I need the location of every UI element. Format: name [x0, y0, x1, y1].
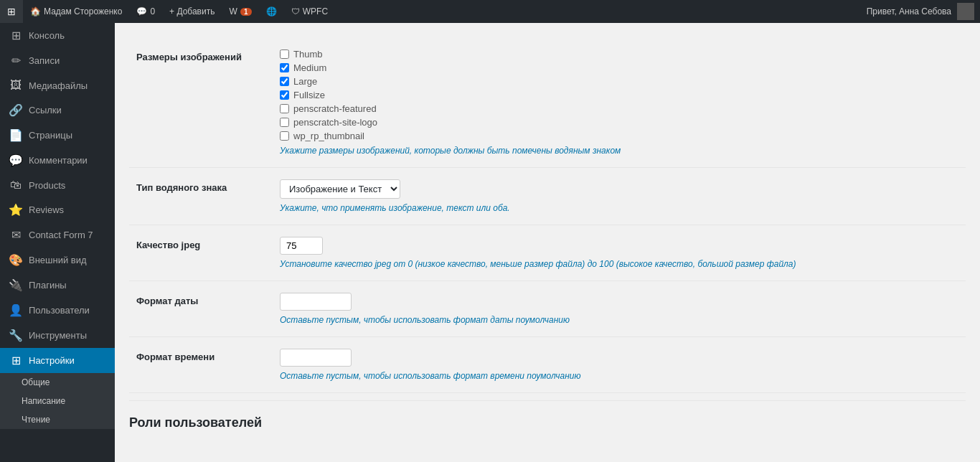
time-format-content: Оставьте пустым, чтобы использовать форм…: [273, 337, 966, 393]
appearance-icon: 🎨: [9, 253, 23, 267]
wpfc-link[interactable]: 🛡 WPFC: [284, 0, 335, 23]
sidebar-item-comments[interactable]: 💬 Комментарии: [0, 148, 115, 173]
checkbox-wp-rp-thumbnail-input[interactable]: [280, 131, 289, 141]
security-link[interactable]: 🌐: [259, 0, 284, 23]
site-name-link[interactable]: 🏠 Мадам Стороженко: [23, 0, 129, 23]
checkbox-thumb[interactable]: Thumb: [280, 49, 958, 60]
sidebar-item-products[interactable]: 🛍 Products: [0, 173, 115, 197]
sidebar-label-comments: Комментарии: [29, 155, 88, 166]
reviews-icon: ⭐: [9, 203, 23, 217]
checkbox-penscratch-site-logo-label: penscratch-site-logo: [293, 117, 377, 128]
sidebar-item-reviews[interactable]: ⭐ Reviews: [0, 197, 115, 222]
user-avatar[interactable]: [957, 3, 974, 20]
sidebar-label-tools: Инструменты: [29, 330, 87, 341]
plugins-badge: 1: [240, 8, 252, 16]
checkbox-thumb-input[interactable]: [280, 50, 289, 59]
submenu-label-reading: Чтение: [22, 415, 50, 425]
sidebar-item-media[interactable]: 🖼 Медиафайлы: [0, 73, 115, 98]
date-format-row: Формат даты Оставьте пустым, чтобы испол…: [129, 281, 966, 337]
submenu-item-general[interactable]: Общие: [0, 373, 115, 392]
greeting-text: Привет, Анна Себова: [867, 6, 951, 16]
settings-submenu: Общие Написание Чтение: [0, 373, 115, 429]
submenu-item-reading[interactable]: Чтение: [0, 410, 115, 429]
jpeg-quality-row: Качество jpeg Установите качество jpeg о…: [129, 225, 966, 281]
submenu-item-writing[interactable]: Написание: [0, 392, 115, 410]
home-icon: 🏠: [30, 6, 41, 16]
comments-link[interactable]: 💬 0: [129, 0, 162, 23]
time-format-row: Формат времени Оставьте пустым, чтобы ис…: [129, 337, 966, 393]
pages-icon: 📄: [9, 128, 23, 142]
wp-logo-button[interactable]: ⊞: [0, 0, 23, 23]
date-format-help: Оставьте пустым, чтобы использовать форм…: [280, 315, 958, 325]
plugins-link[interactable]: W 1: [222, 0, 258, 23]
image-sizes-help: Укажите размеры изображений, которые дол…: [280, 146, 958, 156]
checkbox-wp-rp-thumbnail-label: wp_rp_thumbnail: [293, 131, 364, 141]
add-new-button[interactable]: + Добавить: [162, 0, 222, 23]
checkbox-medium-input[interactable]: [280, 63, 289, 72]
checkbox-thumb-label: Thumb: [293, 49, 322, 60]
add-label: + Добавить: [169, 6, 215, 16]
image-sizes-row: Размеры изображений Thumb Medium: [129, 37, 966, 168]
checkbox-fullsize-input[interactable]: [280, 90, 289, 100]
watermark-type-select[interactable]: Изображение Текст Изображение и Текст: [280, 179, 400, 199]
main-content: Размеры изображений Thumb Medium: [115, 23, 980, 462]
time-format-help: Оставьте пустым, чтобы использовать форм…: [280, 371, 958, 381]
jpeg-quality-input[interactable]: [280, 237, 323, 255]
comments-icon: 💬: [136, 6, 147, 16]
sidebar-label-links: Ссылки: [29, 105, 62, 116]
checkbox-medium-label: Medium: [293, 62, 326, 73]
sidebar-item-pages[interactable]: 📄 Страницы: [0, 123, 115, 148]
time-format-label: Формат времени: [129, 337, 273, 393]
jpeg-quality-content: Установите качество jpeg от 0 (низкое ка…: [273, 225, 966, 281]
checkbox-large-input[interactable]: [280, 77, 289, 86]
settings-icon: ⊞: [9, 354, 23, 367]
checkbox-fullsize[interactable]: Fullsize: [280, 90, 958, 100]
sidebar-item-contactform[interactable]: ✉ Contact Form 7: [0, 222, 115, 248]
checkbox-penscratch-site-logo-input[interactable]: [280, 118, 289, 127]
sidebar-label-pages: Страницы: [29, 130, 72, 141]
checkbox-large-label: Large: [293, 76, 317, 87]
date-format-content: Оставьте пустым, чтобы использовать форм…: [273, 281, 966, 337]
sidebar-item-settings[interactable]: ⊞ Настройки: [0, 348, 115, 373]
media-icon: 🖼: [9, 79, 23, 92]
sidebar-item-posts[interactable]: ✏ Записи: [0, 48, 115, 73]
posts-icon: ✏: [9, 54, 23, 67]
sidebar-item-links[interactable]: 🔗 Ссылки: [0, 98, 115, 123]
checkbox-medium[interactable]: Medium: [280, 62, 958, 73]
watermark-type-help: Укажите, что применять изображение, текс…: [280, 203, 958, 213]
submenu-label-general: Общие: [22, 377, 50, 387]
checkbox-wp-rp-thumbnail[interactable]: wp_rp_thumbnail: [280, 131, 958, 141]
watermark-type-row: Тип водяного знака Изображение Текст Изо…: [129, 168, 966, 225]
jpeg-quality-help: Установите качество jpeg от 0 (низкое ка…: [280, 259, 958, 269]
checkbox-penscratch-featured-input[interactable]: [280, 104, 289, 113]
plugins-wp-icon: W: [229, 6, 237, 16]
date-format-label: Формат даты: [129, 281, 273, 337]
checkbox-penscratch-site-logo[interactable]: penscratch-site-logo: [280, 117, 958, 128]
submenu-label-writing: Написание: [22, 396, 65, 406]
users-icon: 👤: [9, 303, 23, 317]
sidebar-item-tools[interactable]: 🔧 Инструменты: [0, 323, 115, 348]
sidebar-item-plugins[interactable]: 🔌 Плагины: [0, 273, 115, 298]
checkbox-large[interactable]: Large: [280, 76, 958, 87]
sidebar-label-settings: Настройки: [29, 355, 75, 366]
topbar-left: ⊞ 🏠 Мадам Стороженко 💬 0 + Добавить W 1 …: [0, 0, 335, 23]
time-format-input[interactable]: [280, 349, 352, 367]
security-icon: 🌐: [266, 6, 277, 16]
comments-sidebar-icon: 💬: [9, 154, 23, 167]
checkbox-penscratch-featured[interactable]: penscratch-featured: [280, 103, 958, 114]
shield-icon: 🛡: [291, 6, 300, 16]
sidebar-item-appearance[interactable]: 🎨 Внешний вид: [0, 248, 115, 273]
wp-icon: ⊞: [7, 6, 16, 17]
watermark-type-label: Тип водяного знака: [129, 168, 273, 225]
sidebar-item-users[interactable]: 👤 Пользователи: [0, 298, 115, 323]
tools-icon: 🔧: [9, 329, 23, 342]
topbar-right: Привет, Анна Себова: [867, 3, 980, 20]
image-sizes-content: Thumb Medium Large Fullsize: [273, 37, 966, 168]
checkbox-fullsize-label: Fullsize: [293, 90, 325, 100]
date-format-input[interactable]: [280, 293, 352, 311]
sidebar-label-reviews: Reviews: [29, 204, 64, 215]
sidebar-label-plugins: Плагины: [29, 280, 67, 291]
contactform-icon: ✉: [9, 228, 23, 242]
sidebar-item-console[interactable]: ⊞ Консоль: [0, 23, 115, 48]
image-sizes-label: Размеры изображений: [129, 37, 273, 168]
